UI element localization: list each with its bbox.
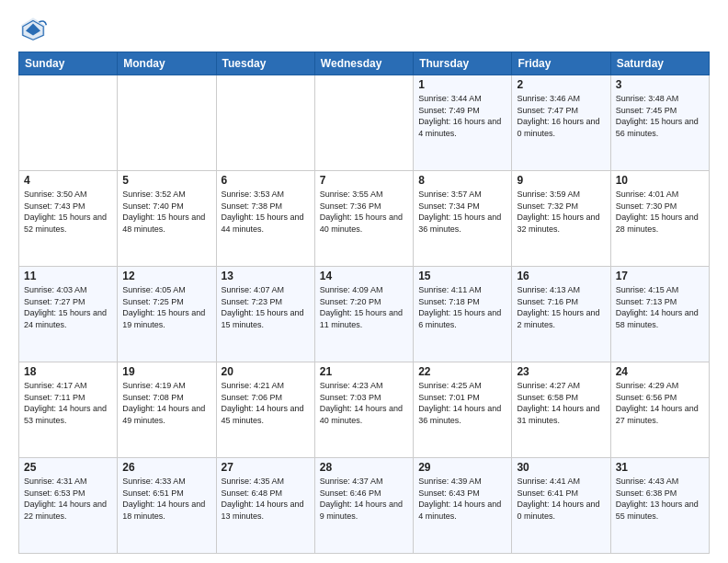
weekday-tuesday: Tuesday	[216, 52, 314, 75]
day-info: Sunrise: 4:33 AM Sunset: 6:51 PM Dayligh…	[122, 476, 210, 522]
weekday-header: SundayMondayTuesdayWednesdayThursdayFrid…	[19, 52, 710, 75]
day-info: Sunrise: 4:09 AM Sunset: 7:20 PM Dayligh…	[320, 284, 408, 330]
calendar-body: 1Sunrise: 3:44 AM Sunset: 7:49 PM Daylig…	[19, 75, 710, 554]
day-cell: 17Sunrise: 4:15 AM Sunset: 7:13 PM Dayli…	[610, 267, 709, 362]
day-cell: 3Sunrise: 3:48 AM Sunset: 7:45 PM Daylig…	[610, 75, 709, 171]
day-cell	[216, 75, 314, 171]
day-info: Sunrise: 4:23 AM Sunset: 7:03 PM Dayligh…	[320, 380, 408, 426]
day-cell: 8Sunrise: 3:57 AM Sunset: 7:34 PM Daylig…	[414, 171, 512, 267]
day-number: 12	[122, 270, 210, 282]
day-info: Sunrise: 3:44 AM Sunset: 7:49 PM Dayligh…	[418, 93, 506, 139]
day-number: 13	[222, 270, 310, 282]
day-info: Sunrise: 4:41 AM Sunset: 6:41 PM Dayligh…	[517, 476, 605, 522]
day-number: 29	[418, 461, 506, 474]
weekday-sunday: Sunday	[19, 52, 118, 75]
header	[18, 15, 710, 44]
day-number: 7	[320, 174, 408, 187]
day-info: Sunrise: 4:31 AM Sunset: 6:53 PM Dayligh…	[24, 476, 112, 522]
week-row-1: 1Sunrise: 3:44 AM Sunset: 7:49 PM Daylig…	[19, 75, 710, 171]
day-cell: 31Sunrise: 4:43 AM Sunset: 6:38 PM Dayli…	[610, 458, 709, 554]
day-cell: 5Sunrise: 3:52 AM Sunset: 7:40 PM Daylig…	[118, 171, 216, 267]
day-number: 10	[616, 174, 704, 187]
day-cell: 9Sunrise: 3:59 AM Sunset: 7:32 PM Daylig…	[512, 171, 610, 267]
day-number: 11	[24, 270, 112, 282]
day-info: Sunrise: 4:39 AM Sunset: 6:43 PM Dayligh…	[418, 476, 506, 522]
day-cell: 11Sunrise: 4:03 AM Sunset: 7:27 PM Dayli…	[19, 267, 118, 362]
day-cell: 20Sunrise: 4:21 AM Sunset: 7:06 PM Dayli…	[216, 362, 314, 458]
day-info: Sunrise: 4:29 AM Sunset: 6:56 PM Dayligh…	[616, 380, 704, 426]
logo-icon	[18, 15, 48, 44]
day-info: Sunrise: 4:03 AM Sunset: 7:27 PM Dayligh…	[24, 284, 112, 330]
day-cell: 15Sunrise: 4:11 AM Sunset: 7:18 PM Dayli…	[414, 267, 512, 362]
day-info: Sunrise: 4:11 AM Sunset: 7:18 PM Dayligh…	[418, 284, 506, 330]
day-cell: 28Sunrise: 4:37 AM Sunset: 6:46 PM Dayli…	[314, 458, 413, 554]
day-cell	[118, 75, 216, 171]
weekday-wednesday: Wednesday	[314, 52, 413, 75]
day-cell: 29Sunrise: 4:39 AM Sunset: 6:43 PM Dayli…	[414, 458, 512, 554]
day-number: 19	[122, 365, 210, 378]
day-info: Sunrise: 4:25 AM Sunset: 7:01 PM Dayligh…	[418, 380, 506, 426]
day-info: Sunrise: 4:19 AM Sunset: 7:08 PM Dayligh…	[122, 380, 210, 426]
day-info: Sunrise: 3:46 AM Sunset: 7:47 PM Dayligh…	[517, 93, 605, 139]
day-number: 27	[222, 461, 310, 474]
day-number: 9	[517, 174, 605, 187]
day-number: 4	[24, 174, 112, 187]
day-cell: 22Sunrise: 4:25 AM Sunset: 7:01 PM Dayli…	[414, 362, 512, 458]
day-number: 31	[616, 461, 704, 474]
page: SundayMondayTuesdayWednesdayThursdayFrid…	[0, 0, 728, 563]
day-cell: 19Sunrise: 4:19 AM Sunset: 7:08 PM Dayli…	[118, 362, 216, 458]
day-cell: 16Sunrise: 4:13 AM Sunset: 7:16 PM Dayli…	[512, 267, 610, 362]
day-info: Sunrise: 4:27 AM Sunset: 6:58 PM Dayligh…	[517, 380, 605, 426]
logo	[18, 15, 51, 44]
day-info: Sunrise: 4:21 AM Sunset: 7:06 PM Dayligh…	[222, 380, 310, 426]
day-number: 28	[320, 461, 408, 474]
day-cell: 10Sunrise: 4:01 AM Sunset: 7:30 PM Dayli…	[610, 171, 709, 267]
day-number: 15	[418, 270, 506, 282]
day-cell: 21Sunrise: 4:23 AM Sunset: 7:03 PM Dayli…	[314, 362, 413, 458]
day-cell: 25Sunrise: 4:31 AM Sunset: 6:53 PM Dayli…	[19, 458, 118, 554]
week-row-5: 25Sunrise: 4:31 AM Sunset: 6:53 PM Dayli…	[19, 458, 710, 554]
day-info: Sunrise: 4:15 AM Sunset: 7:13 PM Dayligh…	[616, 284, 704, 330]
day-info: Sunrise: 3:55 AM Sunset: 7:36 PM Dayligh…	[320, 189, 408, 235]
day-cell: 6Sunrise: 3:53 AM Sunset: 7:38 PM Daylig…	[216, 171, 314, 267]
day-info: Sunrise: 3:50 AM Sunset: 7:43 PM Dayligh…	[24, 189, 112, 235]
day-cell: 12Sunrise: 4:05 AM Sunset: 7:25 PM Dayli…	[118, 267, 216, 362]
day-info: Sunrise: 3:57 AM Sunset: 7:34 PM Dayligh…	[418, 189, 506, 235]
day-cell: 24Sunrise: 4:29 AM Sunset: 6:56 PM Dayli…	[610, 362, 709, 458]
day-number: 21	[320, 365, 408, 378]
day-cell	[314, 75, 413, 171]
day-cell	[19, 75, 118, 171]
day-cell: 23Sunrise: 4:27 AM Sunset: 6:58 PM Dayli…	[512, 362, 610, 458]
day-cell: 18Sunrise: 4:17 AM Sunset: 7:11 PM Dayli…	[19, 362, 118, 458]
day-number: 20	[222, 365, 310, 378]
day-info: Sunrise: 4:07 AM Sunset: 7:23 PM Dayligh…	[222, 284, 310, 330]
calendar-table: SundayMondayTuesdayWednesdayThursdayFrid…	[18, 52, 710, 554]
week-row-2: 4Sunrise: 3:50 AM Sunset: 7:43 PM Daylig…	[19, 171, 710, 267]
day-number: 6	[222, 174, 310, 187]
day-cell: 14Sunrise: 4:09 AM Sunset: 7:20 PM Dayli…	[314, 267, 413, 362]
day-cell: 26Sunrise: 4:33 AM Sunset: 6:51 PM Dayli…	[118, 458, 216, 554]
weekday-saturday: Saturday	[610, 52, 709, 75]
day-info: Sunrise: 3:52 AM Sunset: 7:40 PM Dayligh…	[122, 189, 210, 235]
day-info: Sunrise: 4:35 AM Sunset: 6:48 PM Dayligh…	[222, 476, 310, 522]
day-number: 22	[418, 365, 506, 378]
day-number: 3	[616, 78, 704, 91]
day-cell: 7Sunrise: 3:55 AM Sunset: 7:36 PM Daylig…	[314, 171, 413, 267]
day-number: 18	[24, 365, 112, 378]
day-info: Sunrise: 4:05 AM Sunset: 7:25 PM Dayligh…	[122, 284, 210, 330]
day-number: 24	[616, 365, 704, 378]
day-number: 1	[418, 78, 506, 91]
week-row-4: 18Sunrise: 4:17 AM Sunset: 7:11 PM Dayli…	[19, 362, 710, 458]
day-number: 17	[616, 270, 704, 282]
day-cell: 30Sunrise: 4:41 AM Sunset: 6:41 PM Dayli…	[512, 458, 610, 554]
day-info: Sunrise: 4:37 AM Sunset: 6:46 PM Dayligh…	[320, 476, 408, 522]
day-number: 16	[517, 270, 605, 282]
day-cell: 13Sunrise: 4:07 AM Sunset: 7:23 PM Dayli…	[216, 267, 314, 362]
day-info: Sunrise: 4:13 AM Sunset: 7:16 PM Dayligh…	[517, 284, 605, 330]
day-cell: 2Sunrise: 3:46 AM Sunset: 7:47 PM Daylig…	[512, 75, 610, 171]
day-number: 14	[320, 270, 408, 282]
day-info: Sunrise: 4:17 AM Sunset: 7:11 PM Dayligh…	[24, 380, 112, 426]
day-info: Sunrise: 4:43 AM Sunset: 6:38 PM Dayligh…	[616, 476, 704, 522]
day-number: 8	[418, 174, 506, 187]
weekday-friday: Friday	[512, 52, 610, 75]
